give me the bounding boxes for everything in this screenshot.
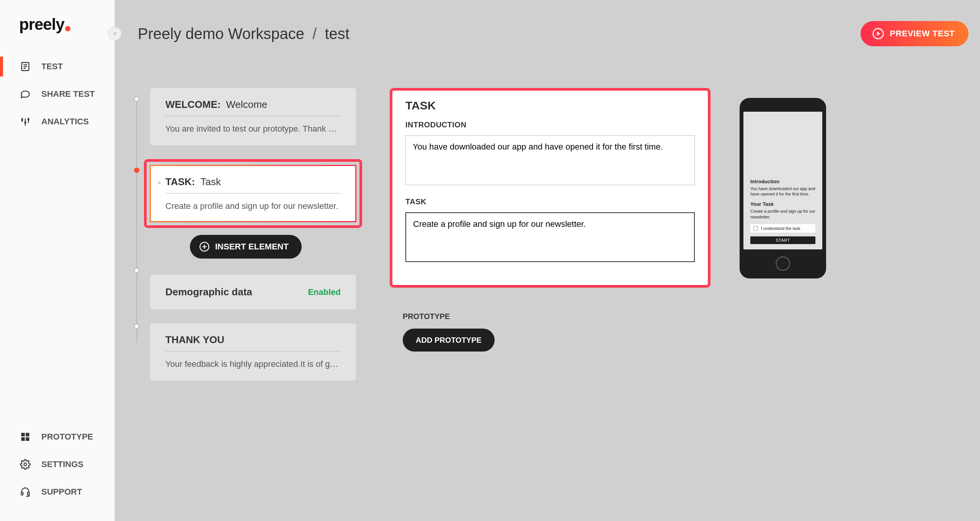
svg-rect-10	[21, 433, 25, 436]
flow-line	[136, 98, 137, 343]
sidebar-item-share[interactable]: SHARE TEST	[0, 80, 114, 108]
breadcrumb-current: test	[325, 25, 349, 42]
insert-element-button[interactable]: INSERT ELEMENT	[190, 235, 302, 259]
add-prototype-label: ADD PROTOTYPE	[416, 336, 482, 345]
flow-card-task-highlight: = TASK: Task Create a profile and sign u…	[144, 159, 362, 228]
brand-text: preely	[19, 15, 64, 33]
play-circle-icon	[872, 28, 884, 40]
sidebar-label: SUPPORT	[41, 487, 82, 497]
svg-rect-7	[24, 122, 26, 124]
task-label: TASK	[405, 197, 695, 206]
prototype-section: PROTOTYPE ADD PROTOTYPE	[403, 312, 697, 352]
card-sub: Create a profile and sign up for our new…	[165, 194, 341, 211]
flow-card-welcome[interactable]: WELCOME: Welcome You are invited to test…	[150, 88, 356, 145]
status-badge: Enabled	[308, 287, 341, 297]
card-type: WELCOME:	[165, 99, 220, 111]
analytics-icon	[20, 116, 31, 127]
phone-understand-label: I understand the task	[761, 226, 800, 231]
svg-marker-18	[877, 32, 880, 36]
phone-understand-checkbox[interactable]: I understand the task	[750, 224, 815, 233]
chat-icon	[20, 89, 31, 99]
brand-dot-icon	[65, 26, 70, 31]
svg-rect-11	[26, 433, 29, 436]
add-prototype-button[interactable]: ADD PROTOTYPE	[403, 329, 495, 352]
sidebar-item-analytics[interactable]: ANALYTICS	[0, 108, 114, 135]
phone-home-button-icon	[776, 256, 790, 271]
brand-logo: preely	[0, 15, 114, 53]
plus-circle-icon	[199, 241, 210, 252]
sidebar-label: SETTINGS	[41, 459, 83, 469]
breadcrumb-workspace[interactable]: Preely demo Workspace	[138, 25, 304, 42]
editor-heading: TASK	[405, 99, 695, 112]
svg-rect-16	[28, 492, 29, 495]
sidebar-label: ANALYTICS	[41, 117, 89, 127]
phone-start-button[interactable]: START	[750, 236, 815, 244]
flow-dot	[134, 268, 139, 273]
card-name: Welcome	[226, 99, 267, 111]
svg-rect-13	[26, 437, 29, 441]
sidebar: preely TEST SHARE TEST ANALYTICS PROTOTY…	[0, 0, 115, 521]
drag-handle-icon[interactable]: =	[158, 180, 163, 186]
phone-task-heading: Your Task	[750, 201, 815, 207]
flow-card-demographic[interactable]: Demographic data Enabled	[150, 275, 356, 309]
intro-textarea[interactable]	[405, 135, 695, 185]
sidebar-item-support[interactable]: SUPPORT	[0, 478, 114, 506]
card-sub: You are invited to test our prototype. T…	[165, 116, 341, 134]
phone-intro-heading: Introduction	[750, 179, 815, 184]
phone-intro-text: You have downloaded our app and have ope…	[750, 186, 815, 197]
document-icon	[20, 61, 31, 72]
gear-icon	[20, 459, 31, 470]
phone-screen: Introduction You have downloaded our app…	[743, 112, 822, 249]
sidebar-item-prototype[interactable]: PROTOTYPE	[0, 423, 114, 451]
svg-point-14	[24, 463, 27, 466]
nav-bottom: PROTOTYPE SETTINGS SUPPORT	[0, 423, 114, 506]
phone-preview: Introduction You have downloaded our app…	[740, 98, 826, 278]
card-type: THANK YOU	[165, 334, 224, 346]
checkbox-icon	[753, 226, 758, 231]
sidebar-item-test[interactable]: TEST	[0, 53, 114, 80]
task-editor-panel: TASK INTRODUCTION TASK	[390, 88, 710, 288]
flow-card-thankyou[interactable]: THANK YOU Your feedback is highly apprec…	[150, 323, 356, 381]
card-sub: Your feedback is highly appreciated.It i…	[165, 352, 341, 369]
flow-dot-active	[134, 168, 139, 173]
prototype-label: PROTOTYPE	[403, 312, 697, 321]
card-type: Demographic data	[165, 286, 252, 298]
preview-label: PREVIEW TEST	[890, 29, 955, 39]
header: Preely demo Workspace / test PREVIEW TES…	[115, 0, 980, 67]
sidebar-label: TEST	[41, 62, 63, 72]
flow-column: WELCOME: Welcome You are invited to test…	[132, 88, 362, 394]
grid-icon	[20, 431, 31, 442]
breadcrumb: Preely demo Workspace / test	[138, 25, 350, 42]
flow-dot	[134, 96, 139, 102]
preview-test-button[interactable]: PREVIEW TEST	[861, 21, 969, 46]
intro-label: INTRODUCTION	[405, 120, 695, 129]
svg-rect-15	[21, 492, 23, 495]
flow-dot	[134, 324, 139, 329]
chevron-left-icon	[112, 31, 118, 36]
phone-task-text: Create a profile and sign up for our new…	[750, 208, 815, 220]
breadcrumb-sep: /	[312, 25, 317, 42]
sidebar-label: PROTOTYPE	[41, 432, 93, 442]
sidebar-label: SHARE TEST	[41, 89, 95, 99]
svg-rect-12	[21, 437, 25, 441]
insert-label: INSERT ELEMENT	[215, 242, 289, 252]
flow-card-task[interactable]: = TASK: Task Create a profile and sign u…	[150, 165, 356, 222]
svg-rect-5	[21, 119, 23, 121]
headset-icon	[20, 487, 31, 497]
sidebar-item-settings[interactable]: SETTINGS	[0, 451, 114, 478]
nav-top: TEST SHARE TEST ANALYTICS	[0, 53, 114, 135]
phone-start-label: START	[776, 238, 790, 243]
canvas: WELCOME: Welcome You are invited to test…	[115, 67, 980, 521]
task-textarea[interactable]	[405, 212, 695, 262]
card-type: TASK:	[165, 176, 195, 188]
svg-rect-9	[28, 119, 29, 120]
card-name: Task	[201, 176, 221, 188]
back-button[interactable]	[108, 27, 122, 41]
